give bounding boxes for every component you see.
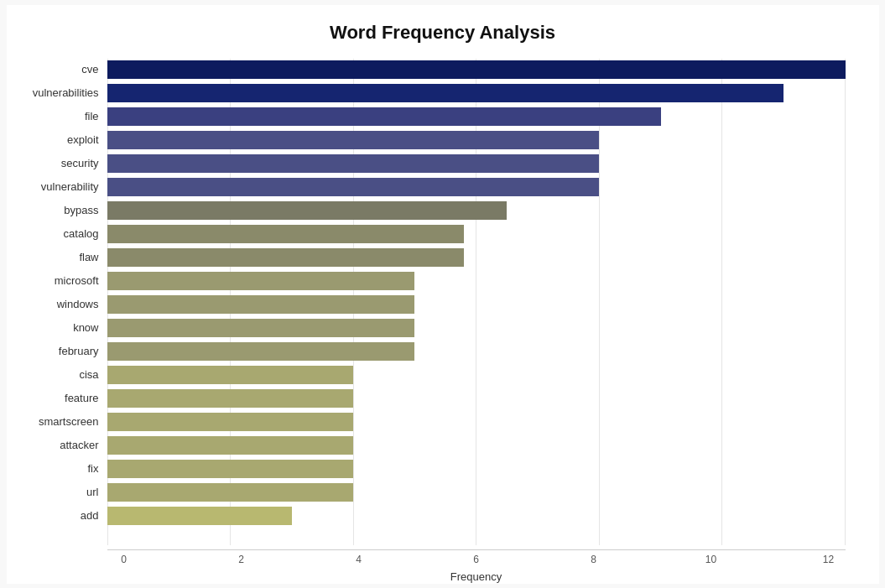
bar-fill (107, 131, 600, 149)
bar-fill (107, 295, 415, 314)
bar-row: catalog (107, 223, 846, 245)
bar-fill (107, 225, 464, 243)
bar-label: flaw (15, 251, 107, 263)
bar-track (107, 60, 846, 79)
bar-fill (107, 413, 353, 431)
bar-row: vulnerabilities (107, 82, 846, 104)
bar-row: security (107, 153, 846, 174)
bar-row: smartscreen (107, 411, 846, 433)
bar-label: url (15, 486, 107, 498)
bar-track (107, 389, 846, 408)
bar-label: smartscreen (15, 415, 107, 428)
chart-container: Word Frequency Analysis cvevulnerabiliti… (7, 5, 879, 584)
bar-track (107, 84, 846, 102)
bar-label: security (15, 157, 107, 169)
x-axis: 024681012 Frequency (107, 549, 846, 583)
chart-title: Word Frequency Analysis (40, 22, 846, 44)
bar-label: add (15, 509, 107, 522)
bar-fill (107, 201, 508, 220)
bar-track (107, 436, 846, 455)
bar-track (107, 460, 846, 478)
bar-track (107, 483, 846, 502)
bar-fill (107, 319, 415, 337)
bar-track (107, 507, 846, 525)
bar-track (107, 154, 846, 173)
bar-row: fix (107, 458, 846, 480)
bar-fill (107, 507, 292, 525)
bar-fill (107, 178, 600, 196)
bar-row: file (107, 106, 846, 127)
bar-track (107, 319, 846, 337)
bar-row: cisa (107, 364, 846, 386)
bar-label: file (15, 110, 107, 122)
bar-fill (107, 366, 353, 384)
bar-track (107, 201, 846, 220)
bar-track (107, 225, 846, 243)
bar-track (107, 131, 846, 149)
bar-label: windows (15, 298, 107, 310)
bar-fill (107, 154, 600, 173)
bar-row: microsoft (107, 270, 846, 292)
bar-label: february (15, 345, 107, 357)
bar-label: exploit (15, 133, 107, 146)
bar-row: flaw (107, 247, 846, 268)
bar-row: feature (107, 388, 846, 409)
bar-track (107, 248, 846, 267)
x-tick: 0 (107, 554, 141, 565)
bar-fill (107, 60, 846, 79)
bar-fill (107, 460, 353, 478)
bar-label: microsoft (15, 274, 107, 287)
bar-row: cve (107, 59, 846, 81)
bar-row: february (107, 341, 846, 362)
bar-label: vulnerabilities (15, 86, 107, 99)
bar-label: fix (15, 462, 107, 475)
bar-label: bypass (15, 204, 107, 216)
bar-row: vulnerability (107, 176, 846, 198)
bar-fill (107, 342, 415, 361)
bar-label: vulnerability (15, 180, 107, 193)
x-tick: 8 (577, 554, 611, 565)
x-tick: 10 (695, 554, 728, 565)
bar-label: attacker (15, 439, 107, 451)
bar-track (107, 342, 846, 361)
bar-row: windows (107, 294, 846, 315)
x-tick: 2 (225, 554, 258, 565)
bar-track (107, 178, 846, 196)
bar-label: catalog (15, 227, 107, 240)
x-tick: 12 (812, 554, 846, 565)
bar-fill (107, 248, 464, 267)
bar-fill (107, 389, 353, 408)
bar-label: cisa (15, 368, 107, 381)
bar-row: url (107, 481, 846, 503)
x-tick: 4 (342, 554, 376, 565)
bar-row: add (107, 505, 846, 527)
bar-track (107, 295, 846, 314)
bar-row: bypass (107, 200, 846, 221)
bar-track (107, 272, 846, 290)
bar-fill (107, 436, 353, 455)
bar-row: know (107, 317, 846, 339)
bar-track (107, 413, 846, 431)
x-axis-label: Frequency (107, 570, 846, 583)
bar-track (107, 107, 846, 126)
bar-label: cve (15, 63, 107, 75)
bar-label: know (15, 321, 107, 334)
bar-row: exploit (107, 129, 846, 151)
bar-fill (107, 272, 415, 290)
bar-track (107, 366, 846, 384)
x-tick: 6 (460, 554, 493, 565)
bar-fill (107, 107, 661, 126)
bar-fill (107, 483, 353, 502)
chart-area: cvevulnerabilitiesfileexploitsecurityvul… (107, 59, 846, 545)
bar-row: attacker (107, 434, 846, 456)
bar-fill (107, 84, 784, 102)
bar-label: feature (15, 392, 107, 404)
